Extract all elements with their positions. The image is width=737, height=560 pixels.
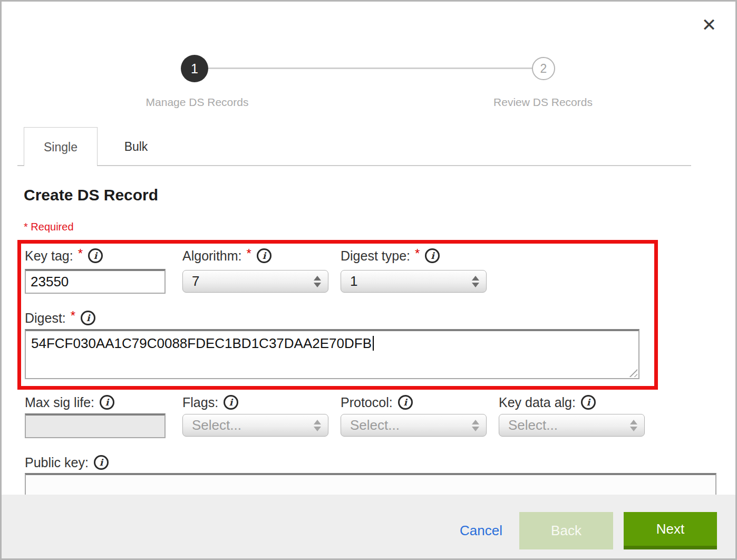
digest-type-label: Digest type: xyxy=(341,248,410,264)
required-note: * Required xyxy=(24,221,74,233)
key-tag-label-row: Key tag: * i xyxy=(25,247,103,264)
next-button[interactable]: Next xyxy=(624,512,717,549)
stepper-connector-line xyxy=(195,67,544,69)
info-icon[interactable]: i xyxy=(398,395,413,410)
max-sig-life-input xyxy=(25,413,166,438)
step-1-label: Manage DS Records xyxy=(113,96,282,109)
protocol-select[interactable]: Select... xyxy=(341,414,487,437)
create-ds-record-modal: ✕ 1 2 Manage DS Records Review DS Record… xyxy=(0,0,737,560)
algorithm-label-row: Algorithm: * i xyxy=(182,247,271,264)
select-arrows-icon xyxy=(630,420,637,431)
digest-type-select[interactable]: 1 xyxy=(341,270,487,293)
info-icon[interactable]: i xyxy=(581,395,596,410)
step-2-label: Review DS Records xyxy=(459,96,627,109)
cancel-link[interactable]: Cancel xyxy=(460,523,502,539)
public-key-textarea[interactable] xyxy=(25,473,716,496)
key-tag-label: Key tag: xyxy=(25,248,73,264)
info-icon[interactable]: i xyxy=(257,248,271,263)
digest-textarea[interactable]: 54FCF030AA1C79C0088FDEC1BD1C37DAA2E70DFB xyxy=(25,329,639,379)
public-key-label: Public key: xyxy=(25,455,89,470)
flags-select[interactable]: Select... xyxy=(182,414,328,437)
protocol-label: Protocol: xyxy=(341,395,393,410)
back-button: Back xyxy=(519,512,613,549)
key-data-alg-label-row: Key data alg: i xyxy=(499,394,596,411)
key-data-alg-select-value: Select... xyxy=(508,417,630,433)
protocol-label-row: Protocol: i xyxy=(341,394,413,411)
select-arrows-icon xyxy=(472,276,479,287)
step-2-circle: 2 xyxy=(532,57,555,80)
resize-handle-icon[interactable] xyxy=(627,367,637,377)
key-data-alg-label: Key data alg: xyxy=(499,395,576,410)
info-icon[interactable]: i xyxy=(425,248,440,263)
key-tag-input[interactable] xyxy=(25,269,166,294)
public-key-label-row: Public key: i xyxy=(25,454,109,471)
page-title: Create DS Record xyxy=(24,186,158,204)
algorithm-label: Algorithm: xyxy=(182,248,242,264)
flags-label-row: Flags: i xyxy=(182,394,238,411)
select-arrows-icon xyxy=(472,420,479,431)
algorithm-select[interactable]: 7 xyxy=(182,270,328,293)
step-1-circle: 1 xyxy=(181,55,208,82)
max-sig-life-label: Max sig life: xyxy=(25,395,94,410)
tab-single[interactable]: Single xyxy=(24,127,98,166)
flags-select-value: Select... xyxy=(192,417,314,433)
flags-label: Flags: xyxy=(182,395,218,410)
tab-bulk[interactable]: Bulk xyxy=(98,127,174,166)
digest-value: 54FCF030AA1C79C0088FDEC1BD1C37DAA2E70DFB xyxy=(31,335,372,351)
key-data-alg-select[interactable]: Select... xyxy=(499,414,645,437)
required-marker: * xyxy=(78,246,83,261)
info-icon[interactable]: i xyxy=(88,248,103,263)
info-icon[interactable]: i xyxy=(81,311,95,325)
info-icon[interactable]: i xyxy=(224,395,238,410)
info-icon[interactable]: i xyxy=(100,395,114,410)
close-icon[interactable]: ✕ xyxy=(697,13,721,36)
required-marker: * xyxy=(415,246,420,261)
required-marker: * xyxy=(247,246,251,261)
text-caret xyxy=(373,336,374,351)
info-icon[interactable]: i xyxy=(94,455,109,470)
required-marker: * xyxy=(71,308,75,323)
algorithm-select-value: 7 xyxy=(192,273,314,289)
select-arrows-icon xyxy=(314,420,321,431)
digest-label-row: Digest: * i xyxy=(25,310,95,326)
digest-type-label-row: Digest type: * i xyxy=(341,247,440,264)
digest-type-select-value: 1 xyxy=(350,273,472,289)
protocol-select-value: Select... xyxy=(350,417,472,433)
max-sig-life-label-row: Max sig life: i xyxy=(25,394,114,411)
digest-label: Digest: xyxy=(25,311,66,326)
select-arrows-icon xyxy=(314,276,321,287)
